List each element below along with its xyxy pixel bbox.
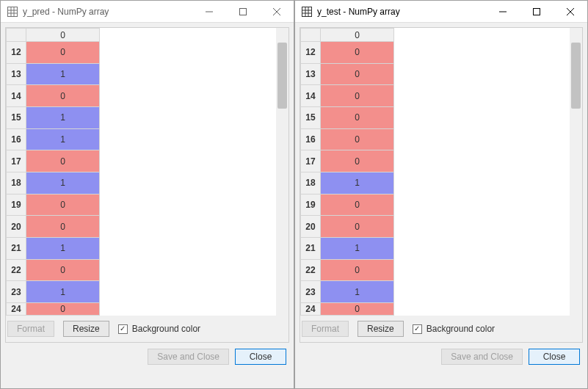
row-index[interactable]: 19 [7, 194, 26, 216]
table-row[interactable]: 200 [7, 216, 100, 238]
table-row[interactable]: 170 [7, 150, 100, 172]
minimize-button[interactable] [192, 1, 226, 22]
row-index[interactable]: 20 [301, 216, 321, 238]
close-window-button[interactable] [260, 1, 294, 22]
resize-button[interactable]: Resize [63, 321, 109, 337]
row-index[interactable]: 22 [301, 259, 321, 281]
scrollbar-thumb[interactable] [571, 43, 581, 109]
table-row[interactable]: 150 [301, 106, 394, 128]
row-index[interactable]: 15 [301, 106, 321, 128]
row-index[interactable]: 24 [7, 302, 26, 315]
cell-value[interactable]: 0 [321, 216, 394, 238]
table-row[interactable]: 190 [301, 194, 394, 216]
row-index[interactable]: 15 [7, 106, 26, 128]
row-index[interactable]: 18 [7, 172, 26, 194]
row-index[interactable]: 16 [7, 128, 26, 150]
cell-value[interactable]: 1 [26, 106, 100, 128]
table-row[interactable]: 220 [301, 259, 394, 281]
cell-value[interactable]: 0 [26, 85, 100, 107]
vertical-scrollbar[interactable] [276, 28, 288, 316]
table-row[interactable]: 151 [7, 106, 100, 128]
row-index[interactable]: 13 [7, 63, 26, 85]
cell-value[interactable]: 1 [26, 281, 100, 303]
row-index[interactable]: 22 [7, 259, 26, 281]
array-table[interactable]: 0 12013114015116117018119020021122023124… [6, 28, 100, 316]
row-index[interactable]: 14 [301, 85, 321, 107]
table-row[interactable]: 240 [7, 302, 100, 315]
cell-value[interactable]: 0 [321, 106, 394, 128]
row-index[interactable]: 20 [7, 216, 26, 238]
table-row[interactable]: 140 [301, 85, 394, 107]
row-index[interactable]: 24 [301, 302, 321, 315]
resize-button[interactable]: Resize [357, 321, 404, 337]
table-row[interactable]: 131 [7, 63, 100, 85]
cell-value[interactable]: 0 [321, 63, 394, 85]
table-row[interactable]: 170 [301, 150, 394, 172]
row-index[interactable]: 23 [301, 281, 321, 303]
table-row[interactable]: 160 [301, 128, 394, 150]
save-and-close-button[interactable]: Save and Close [148, 349, 229, 365]
column-header[interactable]: 0 [321, 29, 394, 42]
cell-value[interactable]: 1 [26, 128, 100, 150]
cell-value[interactable]: 1 [321, 237, 394, 259]
cell-value[interactable]: 1 [26, 172, 100, 194]
table-row[interactable]: 181 [7, 172, 100, 194]
minimize-button[interactable] [486, 1, 520, 22]
maximize-button[interactable] [226, 1, 260, 22]
table-row[interactable]: 211 [7, 237, 100, 259]
row-index[interactable]: 23 [7, 281, 26, 303]
cell-value[interactable]: 1 [26, 63, 100, 85]
cell-value[interactable]: 0 [321, 150, 394, 172]
cell-value[interactable]: 0 [26, 150, 100, 172]
close-button[interactable]: Close [235, 349, 286, 365]
table-row[interactable]: 181 [301, 172, 394, 194]
cell-value[interactable]: 0 [26, 302, 100, 315]
row-index[interactable]: 17 [301, 150, 321, 172]
row-index[interactable]: 17 [7, 150, 26, 172]
table-row[interactable]: 220 [7, 259, 100, 281]
table-row[interactable]: 190 [7, 194, 100, 216]
cell-value[interactable]: 1 [26, 237, 100, 259]
vertical-scrollbar[interactable] [570, 28, 582, 316]
row-index[interactable]: 13 [301, 63, 321, 85]
row-index[interactable]: 21 [7, 237, 26, 259]
cell-value[interactable]: 0 [26, 259, 100, 281]
cell-value[interactable]: 1 [321, 281, 394, 303]
cell-value[interactable]: 0 [26, 194, 100, 216]
row-index[interactable]: 12 [7, 42, 26, 64]
table-row[interactable]: 161 [7, 128, 100, 150]
save-and-close-button[interactable]: Save and Close [441, 349, 523, 365]
titlebar[interactable]: y_test - NumPy array [295, 1, 587, 23]
bgcolor-checkbox[interactable]: ✓ Background color [413, 324, 495, 334]
table-row[interactable]: 130 [301, 63, 394, 85]
cell-value[interactable]: 0 [26, 216, 100, 238]
table-row[interactable]: 231 [7, 281, 100, 303]
bgcolor-checkbox[interactable]: ✓ Background color [118, 324, 200, 334]
maximize-button[interactable] [520, 1, 553, 22]
row-index[interactable]: 19 [301, 194, 321, 216]
array-table[interactable]: 0 12013014015016017018119020021122023124… [300, 28, 394, 316]
close-window-button[interactable] [553, 1, 587, 22]
cell-value[interactable]: 0 [321, 302, 394, 315]
table-row[interactable]: 231 [301, 281, 394, 303]
cell-value[interactable]: 0 [321, 259, 394, 281]
cell-value[interactable]: 0 [321, 85, 394, 107]
row-index[interactable]: 12 [301, 42, 321, 64]
row-index[interactable]: 16 [301, 128, 321, 150]
cell-value[interactable]: 1 [321, 172, 394, 194]
table-row[interactable]: 120 [7, 42, 100, 64]
scrollbar-thumb[interactable] [277, 43, 287, 109]
table-row[interactable]: 120 [301, 42, 394, 64]
cell-value[interactable]: 0 [321, 194, 394, 216]
row-index[interactable]: 21 [301, 237, 321, 259]
table-row[interactable]: 211 [301, 237, 394, 259]
cell-value[interactable]: 0 [26, 42, 100, 64]
table-row[interactable]: 200 [301, 216, 394, 238]
close-button[interactable]: Close [529, 349, 580, 365]
row-index[interactable]: 14 [7, 85, 26, 107]
row-index[interactable]: 18 [301, 172, 321, 194]
table-row[interactable]: 140 [7, 85, 100, 107]
column-header[interactable]: 0 [26, 29, 100, 42]
cell-value[interactable]: 0 [321, 42, 394, 64]
table-row[interactable]: 240 [301, 302, 394, 315]
